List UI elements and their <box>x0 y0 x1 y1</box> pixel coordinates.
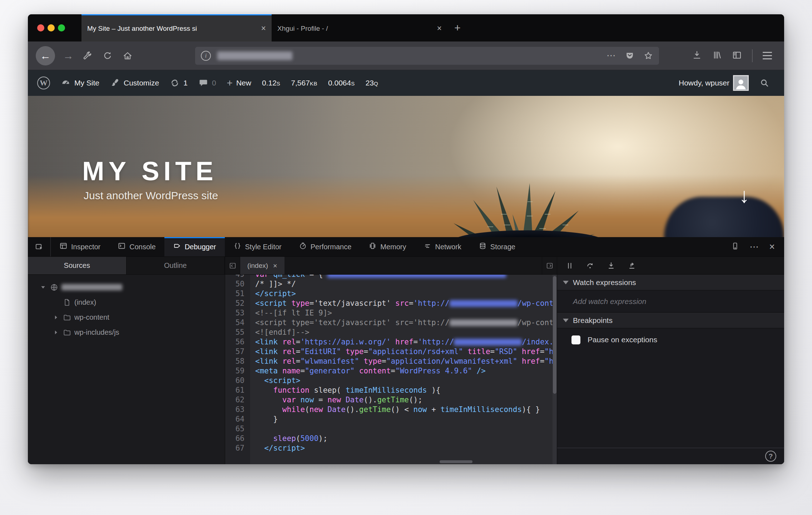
help-icon[interactable]: ? <box>765 451 776 462</box>
editor-horizontal-scrollbar[interactable] <box>440 460 472 463</box>
collapse-sources-pane-button[interactable] <box>225 257 240 274</box>
wp-customize-link[interactable]: Customize <box>105 78 164 88</box>
add-watch-expression-input[interactable]: Add watch expression <box>557 290 784 313</box>
collapse-debugger-pane-button[interactable] <box>542 257 557 274</box>
step-out-button[interactable] <box>626 260 638 272</box>
new-tab-button[interactable]: + <box>447 14 467 41</box>
wp-new-menu[interactable]: + New <box>222 78 257 88</box>
browser-tab-active[interactable]: My Site – Just another WordPress si × <box>81 14 272 41</box>
inspector-icon <box>59 242 68 252</box>
line-number[interactable]: 53 <box>225 308 250 318</box>
line-number[interactable]: 61 <box>225 386 250 395</box>
line-number[interactable]: 55 <box>225 328 250 337</box>
bookmark-star-icon[interactable] <box>643 51 653 61</box>
devtools-tab-network[interactable]: Network <box>415 237 470 256</box>
line-number[interactable]: 57 <box>225 347 250 357</box>
step-over-button[interactable] <box>584 260 596 272</box>
stat-value: 0.12 <box>262 79 277 87</box>
tab-outline[interactable]: Outline <box>127 257 225 274</box>
chevron-right-icon[interactable] <box>54 315 63 320</box>
line-number[interactable]: 58 <box>225 357 250 366</box>
site-title: MY SITE <box>82 156 218 186</box>
library-icon[interactable] <box>712 50 722 62</box>
debugger-icon <box>173 242 181 252</box>
line-number[interactable]: 50 <box>225 279 250 289</box>
downloads-icon[interactable] <box>692 50 702 62</box>
line-number[interactable]: 49 <box>225 275 250 279</box>
devtools-tab-memory[interactable]: Memory <box>360 237 415 256</box>
pause-on-exceptions-checkbox[interactable] <box>571 335 580 344</box>
line-number[interactable]: 64 <box>225 415 250 424</box>
wp-admin-bar: W My Site Customize 1 0 + New 0.1 <box>28 70 784 96</box>
devtools-close-icon[interactable]: × <box>769 242 775 252</box>
tab-close-icon[interactable]: × <box>437 24 442 33</box>
wp-updates-menu[interactable]: 1 <box>164 78 193 88</box>
line-number[interactable]: 60 <box>225 376 250 386</box>
devtools-tab-storage[interactable]: Storage <box>470 237 524 256</box>
line-number[interactable]: 63 <box>225 405 250 415</box>
devtools-tab-debugger[interactable]: Debugger <box>164 237 225 256</box>
wp-site-menu[interactable]: My Site <box>55 78 105 88</box>
editor-vertical-scrollbar[interactable] <box>553 275 557 464</box>
tab-sources[interactable]: Sources <box>28 257 127 274</box>
sidebar-toggle-icon[interactable] <box>732 50 742 62</box>
redacted-text <box>450 300 518 307</box>
tree-item--index-[interactable]: (index) <box>28 295 225 310</box>
line-number[interactable]: 51 <box>225 289 250 299</box>
tab-close-icon[interactable]: × <box>261 24 266 33</box>
devtools-tab-label: Memory <box>380 243 406 251</box>
wp-logo-menu[interactable]: W <box>37 77 55 89</box>
close-window-button[interactable] <box>37 24 44 31</box>
code-row: 53<!--[if lt IE 9]> <box>225 308 557 318</box>
home-button[interactable] <box>122 50 133 61</box>
page-actions-icon[interactable]: ⋯ <box>606 50 616 61</box>
site-info-icon[interactable]: i <box>201 51 211 61</box>
line-number[interactable]: 52 <box>225 299 250 308</box>
devtools-menu-icon[interactable]: ⋯ <box>749 241 759 252</box>
devtools-tab-style-editor[interactable]: Style Editor <box>225 237 290 256</box>
watch-expressions-header[interactable]: Watch expressions <box>557 275 784 290</box>
code-editor[interactable]: 49var qm_tick = { 50/* ]]> */51</script>… <box>225 275 557 464</box>
scroll-down-arrow[interactable]: ↓ <box>739 183 749 207</box>
chevron-down-icon[interactable] <box>41 285 50 290</box>
breakpoints-header[interactable]: Breakpoints <box>557 313 784 328</box>
code-line-text: sleep(5000); <box>250 434 327 443</box>
line-number[interactable]: 54 <box>225 318 250 328</box>
back-button[interactable]: ← <box>36 46 55 65</box>
devtools-tab-console[interactable]: Console <box>109 237 164 256</box>
devtools-tab-inspector[interactable]: Inspector <box>51 237 109 256</box>
code-line-text: /* ]]> */ <box>250 279 296 289</box>
pick-element-button[interactable] <box>28 237 51 256</box>
line-number[interactable]: 66 <box>225 434 250 443</box>
line-number[interactable]: 65 <box>225 424 250 434</box>
devtools-tabs: InspectorConsoleDebuggerStyle EditorPerf… <box>51 237 524 256</box>
tree-item-wp-includes-js[interactable]: wp-includes/js <box>28 325 225 340</box>
tree-item-wp-content[interactable]: wp-content <box>28 310 225 325</box>
devtools-tab-performance[interactable]: Performance <box>290 237 360 256</box>
wp-account-menu[interactable]: Howdy, wpuser <box>673 75 754 91</box>
tree-item-domain[interactable] <box>28 280 225 295</box>
wrench-icon[interactable] <box>82 50 93 61</box>
pocket-icon[interactable] <box>625 51 635 61</box>
editor-tab-index[interactable]: (index) × <box>240 257 284 274</box>
step-in-button[interactable] <box>605 260 617 272</box>
wp-comments-menu[interactable]: 0 <box>193 78 222 88</box>
line-number[interactable]: 59 <box>225 366 250 376</box>
zoom-window-button[interactable] <box>58 24 65 31</box>
reload-button[interactable] <box>102 50 113 61</box>
editor-tab-close-icon[interactable]: × <box>273 262 277 269</box>
wp-search-icon[interactable] <box>754 78 775 88</box>
devtools-tab-label: Storage <box>490 243 515 251</box>
url-bar[interactable]: i ⋯ <box>195 47 659 65</box>
menu-icon[interactable] <box>763 52 772 59</box>
pause-button[interactable] <box>564 260 576 272</box>
code-row: 61 function sleep( timeInMilliseconds ){ <box>225 386 557 395</box>
minimize-window-button[interactable] <box>48 24 55 31</box>
browser-tab-inactive[interactable]: Xhgui - Profile - / × <box>272 14 447 41</box>
forward-button[interactable]: → <box>63 50 74 62</box>
chevron-right-icon[interactable] <box>54 330 63 335</box>
line-number[interactable]: 62 <box>225 395 250 405</box>
line-number[interactable]: 56 <box>225 337 250 347</box>
responsive-design-icon[interactable] <box>731 242 739 252</box>
line-number[interactable]: 67 <box>225 443 250 453</box>
